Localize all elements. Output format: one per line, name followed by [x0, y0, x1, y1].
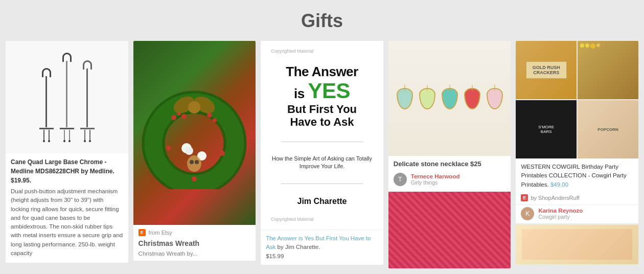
book-item-by: by Jim Charette. [278, 244, 320, 250]
book-copyright: Copyrighted Material [271, 49, 313, 54]
crackers-label-text: GOLD RUSH CRACKERS [531, 65, 562, 75]
cowgirl-bottom-preview [522, 229, 632, 260]
cane-bar [39, 128, 54, 129]
avatar-cowgirl: K [521, 207, 534, 220]
cane-leg-shaft [49, 130, 50, 140]
droplet-3 [442, 88, 458, 109]
card-cowgirl-image-grid: GOLD RUSH CRACKERS S'MORE BARS POPCORN [516, 41, 638, 158]
book-title-line4: Have to Ask [286, 116, 358, 128]
book-author: Jim Charette [297, 197, 347, 206]
cowgirl-cell-crackers: GOLD RUSH CRACKERS [516, 41, 577, 99]
book-subtitle: How the Simple Art of Asking can Totally… [271, 155, 373, 171]
svg-point-18 [195, 160, 199, 164]
necklace-title: Delicate stone necklace $25 [388, 156, 511, 170]
cane-1 [39, 68, 54, 142]
book-divider [281, 142, 363, 142]
snack-dot [596, 43, 600, 47]
cowgirl-user-info: Karina Reynozo Cowgirl party [538, 208, 583, 220]
cane-foot [43, 140, 45, 142]
cowgirl-username[interactable]: Karina Reynozo [538, 208, 583, 214]
droplet-1 [397, 88, 413, 109]
cowgirl-userboard[interactable]: Cowgirl party [538, 214, 583, 220]
book-yes: YES [308, 79, 350, 103]
cane-bar [60, 128, 74, 129]
snacks-decoration [578, 41, 638, 51]
cane-foot [89, 140, 91, 142]
cane-base [80, 127, 95, 142]
snack-dot [585, 43, 589, 48]
droplet-4 [464, 88, 480, 109]
smores-label-text: S'MORE BARS [538, 125, 554, 134]
cane-foot [84, 140, 86, 142]
card-book-image: Copyrighted Material The Answer is YES B… [261, 41, 383, 230]
card-book: Copyrighted Material The Answer is YES B… [261, 41, 383, 265]
cane-foot [63, 140, 65, 142]
necklace-username[interactable]: Ternece Harwood [411, 173, 460, 179]
svg-point-17 [190, 160, 194, 164]
snack-dot [590, 43, 595, 49]
cane-leg-l [84, 130, 86, 142]
cane-leg-r [48, 130, 50, 142]
avatar-necklace: T [394, 173, 407, 186]
cane-leg-shaft [64, 130, 65, 140]
cane-leg-r [68, 130, 71, 142]
book-title-line1: The Answer [286, 64, 358, 79]
cane-leg-l [43, 130, 45, 142]
svg-point-2 [171, 115, 176, 120]
cane-base [39, 127, 54, 142]
cowgirl-title: WESTERN COWGIRL Birthday Party Printable… [521, 164, 626, 188]
droplet-5 [487, 88, 503, 109]
etsy-badge-icon: E [139, 229, 146, 236]
cane-leg-shaft [43, 130, 44, 140]
card-wreath-image [133, 41, 256, 225]
cane-3 [80, 60, 95, 142]
crackers-box-label: GOLD RUSH CRACKERS [526, 61, 567, 79]
cane-description: Dual push-button adjustment mechanism (h… [11, 187, 123, 258]
svg-point-12 [188, 101, 200, 113]
cowgirl-source-by: by ShopAndersRuff [531, 195, 579, 201]
cane-legs [63, 130, 71, 142]
cane-leg-l [63, 130, 65, 142]
cowgirl-cell-popcorn: POPCORN [578, 100, 638, 158]
svg-point-4 [181, 114, 187, 119]
cane-leg-shaft [69, 130, 70, 140]
card-necklace-image2 [388, 192, 511, 268]
svg-point-14 [185, 147, 193, 155]
card-necklace-image [388, 41, 511, 156]
book-title-line1b: is YES [286, 79, 358, 103]
cowgirl-cell-smores: S'MORE BARS [516, 100, 577, 158]
etsy-badge-red-icon: E [521, 194, 528, 201]
book-divider-2 [281, 184, 363, 184]
cane-shaft [86, 68, 88, 127]
cane-base [60, 127, 74, 142]
svg-point-16 [187, 155, 201, 172]
book-title-block: The Answer is YES But First You Have to … [286, 64, 358, 128]
svg-point-5 [207, 112, 212, 118]
cane-foot [48, 140, 50, 142]
gift-grid: Cane Quad Large Base Chrome - Medline MD… [0, 41, 644, 268]
necklace-user: T Ternece Harwood Girly things [388, 170, 511, 189]
card-wreath: E from Etsy Christmas Wreath Christmas W… [133, 41, 256, 261]
necklace-image2-bg [388, 192, 511, 268]
svg-point-6 [213, 118, 217, 122]
card-cane-text: Cane Quad Large Base Chrome - Medline MD… [6, 153, 128, 263]
cane-leg-shaft [89, 130, 90, 140]
cane-shaft [66, 61, 67, 127]
cowgirl-source: E by ShopAndersRuff [516, 192, 638, 204]
cane-shaft [45, 76, 47, 127]
cane-bar [80, 128, 95, 129]
card-cane-image [6, 41, 128, 153]
wreath-subtitle: Christmas Wreath by... [133, 250, 256, 261]
card-cowgirl: GOLD RUSH CRACKERS S'MORE BARS POPCORN [516, 41, 638, 264]
cowgirl-user: K Karina Reynozo Cowgirl party [516, 204, 638, 223]
book-item-price: $15.99 [266, 253, 284, 259]
card-book-text: The Answer is Yes But First You Have to … [261, 230, 383, 265]
cane-2 [60, 53, 74, 142]
card-wreath-source: E from Etsy [133, 225, 256, 238]
necklace-userboard[interactable]: Girly things [411, 179, 460, 186]
droplet-2 [419, 88, 435, 109]
cane-illustration [34, 48, 100, 147]
necklace-user-info: Ternece Harwood Girly things [411, 173, 460, 186]
book-cover: Copyrighted Material The Answer is YES B… [266, 46, 378, 224]
popcorn-label-text: POPCORN [597, 127, 618, 132]
